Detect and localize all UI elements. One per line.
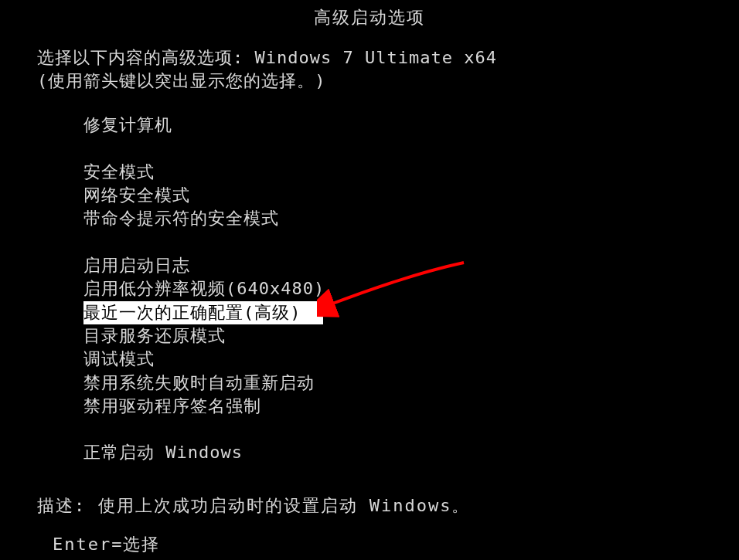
menu-item-disable-driver-sig[interactable]: 禁用驱动程序签名强制 — [83, 395, 739, 418]
menu-item-boot-logging[interactable]: 启用启动日志 — [83, 254, 739, 277]
menu-item-low-res-video[interactable]: 启用低分辨率视频(640x480) — [83, 277, 739, 300]
menu-item-start-normally[interactable]: 正常启动 Windows — [83, 441, 739, 464]
page-title: 高级启动选项 — [0, 4, 739, 46]
menu-item-last-known-good[interactable]: 最近一次的正确配置(高级) — [83, 301, 323, 324]
description-block: 描述: 使用上次成功启动时的设置启动 Windows。 — [0, 494, 739, 518]
menu-item-disable-auto-restart[interactable]: 禁用系统失败时自动重新启动 — [83, 372, 739, 395]
boot-options-menu: 修复计算机 安全模式 网络安全模式 带命令提示符的安全模式 启用启动日志 启用低… — [0, 114, 739, 464]
menu-item-safe-mode[interactable]: 安全模式 — [83, 161, 739, 184]
description-label: 描述: — [37, 496, 86, 515]
menu-item-debug-mode[interactable]: 调试模式 — [83, 348, 739, 371]
menu-item-safe-mode-cmd[interactable]: 带命令提示符的安全模式 — [83, 207, 739, 230]
menu-item-safe-mode-networking[interactable]: 网络安全模式 — [83, 184, 739, 207]
os-name: Windows 7 Ultimate x64 — [255, 48, 497, 67]
menu-item-repair[interactable]: 修复计算机 — [83, 114, 739, 137]
menu-item-ds-restore[interactable]: 目录服务还原模式 — [83, 324, 739, 348]
description-text: 使用上次成功启动时的设置启动 Windows。 — [98, 496, 471, 515]
instruction-line-2: (使用箭头键以突出显示您的选择。) — [37, 70, 708, 93]
instruction-prefix: 选择以下内容的高级选项: — [37, 48, 243, 67]
instruction-line-1: 选择以下内容的高级选项: Windows 7 Ultimate x64 — [37, 46, 708, 70]
footer-hint: Enter=选择 — [53, 533, 160, 556]
